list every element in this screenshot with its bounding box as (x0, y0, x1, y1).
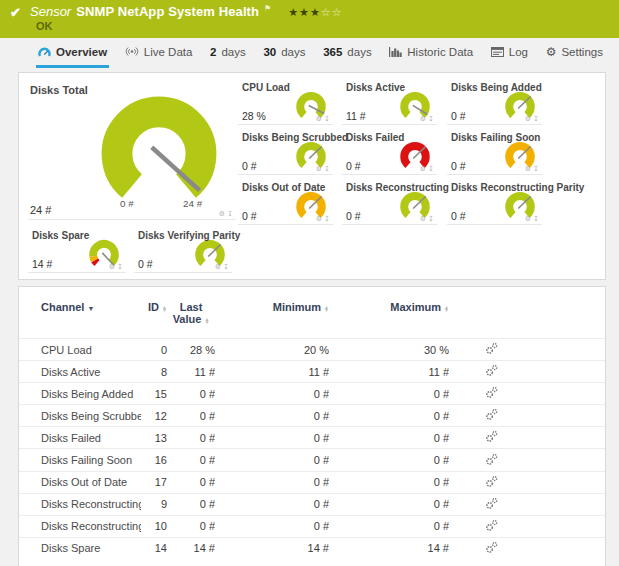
tab-30-days[interactable]: 30days (261, 38, 307, 68)
table-row: Disks Failed130 #0 #0 # (19, 426, 605, 448)
channel-id: 9 (141, 498, 167, 510)
channel-settings-button[interactable] (485, 475, 498, 488)
col-header-label: ID (148, 301, 159, 313)
flag-icon[interactable]: ⚑ (264, 4, 271, 13)
gauge-value: 11 # (346, 110, 366, 122)
gear-icon[interactable]: ⚙ (420, 215, 426, 223)
tab-365-days[interactable]: 365days (321, 38, 373, 68)
channel-settings-button[interactable] (485, 430, 498, 443)
gear-icon[interactable]: ⚙ (420, 165, 426, 173)
gauge-value: 28 % (242, 110, 266, 122)
pin-icon[interactable]: ↧ (117, 263, 123, 271)
channel-maximum: 0 # (329, 520, 449, 532)
channel-maximum: 0 # (329, 454, 449, 466)
gauge-value: 0 # (242, 210, 257, 222)
pin-icon[interactable]: ↧ (324, 165, 330, 173)
star-filled-icon[interactable]: ★ (310, 6, 321, 18)
gear-icon[interactable]: ⚙ (219, 210, 225, 218)
channel-actions (449, 541, 605, 556)
table-row: CPU Load028 %20 %30 % (19, 338, 605, 360)
pin-icon[interactable]: ↧ (227, 210, 233, 218)
star-empty-icon[interactable]: ☆ (332, 6, 343, 18)
pin-icon[interactable]: ↧ (428, 165, 434, 173)
gauge-actions: ⚙↧ (215, 263, 229, 271)
pin-icon[interactable]: ↧ (428, 215, 434, 223)
pin-icon[interactable]: ↧ (324, 215, 330, 223)
channel-actions (449, 497, 605, 512)
channel-settings-button[interactable] (485, 453, 498, 466)
channel-id: 12 (141, 410, 167, 422)
gauge-title: Disks Verifying Parity (138, 230, 240, 241)
channel-last-value: 28 % (167, 344, 215, 356)
channel-actions (449, 519, 605, 534)
channel-settings-button[interactable] (485, 408, 498, 421)
tab-live-data[interactable]: Live Data (123, 38, 195, 68)
pin-icon[interactable]: ↧ (533, 215, 539, 223)
gear-icon[interactable]: ⚙ (215, 263, 221, 271)
col-header-channel[interactable]: Channel▼ (41, 301, 141, 313)
channel-actions (449, 453, 605, 468)
gear-icon[interactable]: ⚙ (316, 165, 322, 173)
gear-icon[interactable]: ⚙ (109, 263, 115, 271)
gear-icon[interactable]: ⚙ (316, 115, 322, 123)
star-filled-icon[interactable]: ★ (288, 6, 299, 18)
channel-actions (449, 430, 605, 445)
table-row: Disks Out of Date170 #0 #0 # (19, 471, 605, 493)
gauge-value: 0 # (346, 210, 361, 222)
col-header-maximum[interactable]: Maximum▲▼ (329, 301, 449, 313)
tab-log[interactable]: Log (489, 38, 530, 68)
tab-2-days[interactable]: 2days (208, 38, 248, 68)
channel-settings-button[interactable] (485, 364, 498, 377)
star-empty-icon[interactable]: ☆ (321, 6, 332, 18)
log-icon (491, 47, 504, 57)
gear-icon[interactable]: ⚙ (316, 215, 322, 223)
channel-settings-button[interactable] (485, 497, 498, 510)
col-header-last-value[interactable]: Last Value▲▼ (167, 301, 215, 325)
sort-icon: ▲▼ (444, 306, 449, 313)
tab-number: 2 (210, 46, 216, 58)
gauge-actions: ⚙↧ (420, 165, 434, 173)
sensor-status-badge: OK (36, 20, 53, 32)
channel-settings-button[interactable] (485, 386, 498, 399)
channel-id: 14 (141, 542, 167, 554)
gauge-title: CPU Load (242, 82, 290, 93)
pin-icon[interactable]: ↧ (324, 115, 330, 123)
gauge-title: Disks Out of Date (242, 182, 325, 193)
gear-icon[interactable]: ⚙ (420, 115, 426, 123)
col-header-minimum[interactable]: Minimum▲▼ (215, 301, 329, 313)
channel-id: 10 (141, 520, 167, 532)
channel-maximum: 0 # (329, 432, 449, 444)
channel-settings-button[interactable] (485, 519, 498, 532)
star-filled-icon[interactable]: ★ (299, 6, 310, 18)
gauge-min-label: 0 # (120, 198, 134, 209)
tab-historic-data[interactable]: Historic Data (387, 38, 475, 68)
pin-icon[interactable]: ↧ (533, 115, 539, 123)
pin-icon[interactable]: ↧ (428, 115, 434, 123)
channel-actions (449, 364, 605, 379)
channel-settings-button[interactable] (485, 342, 498, 355)
col-header-id[interactable]: ID▲▼ (141, 301, 167, 313)
sort-icon: ▲▼ (204, 318, 209, 325)
gauge-disks-out-of-date: Disks Out of Date0 #⚙↧ (238, 179, 333, 225)
tab-overview[interactable]: Overview (36, 38, 109, 68)
rating-stars: ★★★☆☆ (288, 6, 342, 19)
gauge-title: Disks Reconstructing Parity (451, 182, 584, 193)
channel-name: Disks Failing Soon (41, 454, 141, 466)
col-header-label: Minimum (273, 301, 321, 313)
pin-icon[interactable]: ↧ (533, 165, 539, 173)
sensor-header: ✔ Sensor SNMP NetApp System Health ⚑ ★★★… (0, 0, 619, 38)
col-header-label: Last Value (173, 301, 203, 325)
status-check-icon: ✔ (10, 5, 21, 20)
gauge-actions: ⚙↧ (316, 215, 330, 223)
sort-icon: ▼ (87, 305, 94, 312)
gear-icon[interactable]: ⚙ (525, 165, 531, 173)
tab-settings[interactable]: ⚙Settings (544, 38, 605, 68)
channel-settings-button[interactable] (485, 541, 498, 554)
tab-label: Live Data (144, 46, 193, 58)
tab-label: Historic Data (407, 46, 473, 58)
gear-icon[interactable]: ⚙ (525, 115, 531, 123)
gear-icon[interactable]: ⚙ (525, 215, 531, 223)
pin-icon[interactable]: ↧ (223, 263, 229, 271)
gauge-actions: ⚙↧ (420, 115, 434, 123)
gauge-icon (38, 46, 51, 57)
